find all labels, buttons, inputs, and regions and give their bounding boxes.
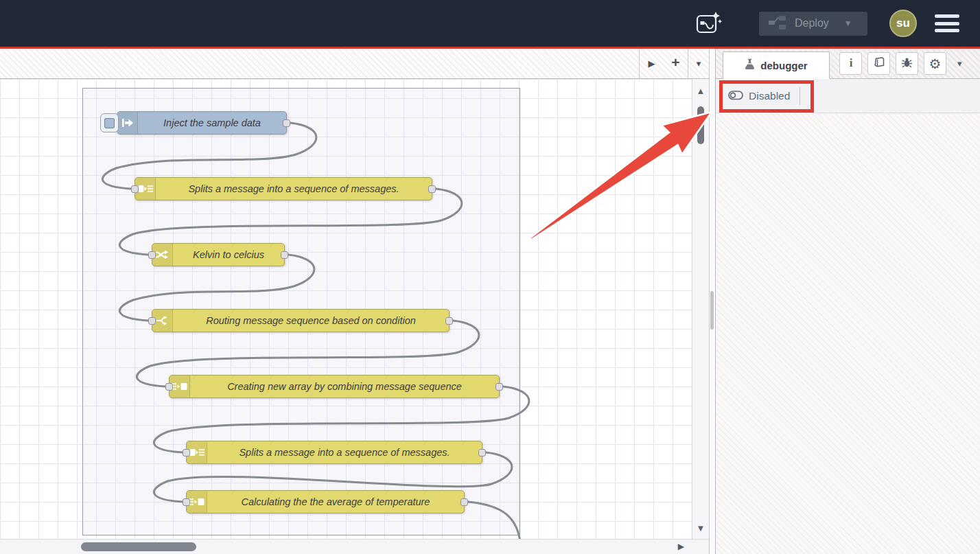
output-port[interactable] <box>281 251 288 259</box>
wire[interactable] <box>468 502 520 539</box>
node-label: Splits a message into a sequence of mess… <box>207 441 482 463</box>
flow-node-split-2[interactable]: Splits a message into a sequence of mess… <box>186 441 482 464</box>
node-label: Routing message sequence based on condit… <box>173 310 449 332</box>
svg-text:i: i <box>849 56 852 69</box>
info-icon: i <box>845 56 856 71</box>
flow-tabbar: ▶ + ▾ <box>0 49 709 79</box>
input-port[interactable] <box>131 185 139 193</box>
node-label: Inject the sample data <box>138 112 286 134</box>
settings-button[interactable]: ⚙ <box>924 52 946 75</box>
header: Deploy ▼ su <box>0 0 980 47</box>
sidebar: debugger i <box>715 49 980 554</box>
debug-messages-panel <box>716 113 980 554</box>
add-flow-icon[interactable]: + <box>664 49 688 78</box>
flow-node-switch-1[interactable]: Routing message sequence based on condit… <box>152 309 450 332</box>
debug-toolbar: Disabled <box>716 79 980 113</box>
node-label: Kelvin to celcius <box>173 244 284 266</box>
flow-list-icon[interactable]: ▾ <box>688 49 709 78</box>
deploy-caret-icon[interactable]: ▼ <box>844 19 852 28</box>
user-avatar[interactable]: su <box>889 10 917 37</box>
output-port[interactable] <box>428 185 436 193</box>
scroll-down-icon[interactable]: ▼ <box>692 523 709 533</box>
toolbar-separator <box>800 87 800 105</box>
deploy-button[interactable]: Deploy ▼ <box>759 12 867 36</box>
docs-button[interactable] <box>867 52 890 75</box>
input-port[interactable] <box>148 251 156 259</box>
output-port[interactable] <box>283 119 290 127</box>
input-port[interactable] <box>148 317 156 325</box>
input-port[interactable] <box>183 498 190 506</box>
panel-resize-gutter <box>710 49 715 554</box>
panel-resize-handle[interactable] <box>710 291 714 330</box>
output-port[interactable] <box>460 498 468 506</box>
flow-node-split-1[interactable]: Splits a message into a sequence of mess… <box>135 177 432 200</box>
horizontal-scroll-thumb[interactable] <box>81 542 196 551</box>
node-red-app: Deploy ▼ su ▶ + ▾ Inject the sa <box>0 0 980 554</box>
bug-icon <box>901 57 913 71</box>
sidebar-tabbar: debugger i <box>716 49 980 79</box>
avatar-initials: su <box>896 16 910 30</box>
scroll-up-icon[interactable]: ▲ <box>692 86 709 96</box>
inject-arrow-icon <box>117 112 138 134</box>
disabled-label: Disabled <box>749 90 790 102</box>
info-button[interactable]: i <box>839 52 862 75</box>
flow-node-join-1[interactable]: Creating new array by combining message … <box>169 375 500 398</box>
input-port[interactable] <box>165 383 173 391</box>
deploy-icon <box>769 15 786 32</box>
input-port[interactable] <box>183 449 190 457</box>
toggle-off-icon <box>728 90 743 102</box>
node-label: Calculating the the average of temperatu… <box>207 491 464 513</box>
debug-button[interactable] <box>896 52 918 75</box>
scroll-tabs-right-icon[interactable]: ▶ <box>640 49 664 78</box>
debug-disabled-toggle[interactable]: Disabled <box>721 86 797 106</box>
main-menu-icon[interactable] <box>935 14 959 32</box>
vertical-scroll-thumb[interactable] <box>697 106 704 144</box>
flow-node-join-2[interactable]: Calculating the the average of temperatu… <box>186 490 465 513</box>
canvas-vertical-scrollbar[interactable]: ▲ ▼ <box>692 79 709 539</box>
canvas-horizontal-scrollbar[interactable]: ▶ <box>0 539 709 554</box>
workspace: ▶ + ▾ Inject the sample dataSplits a mes… <box>0 49 710 554</box>
flow-node-change-1[interactable]: Kelvin to celcius <box>152 243 285 266</box>
tab-debugger[interactable]: debugger <box>723 51 830 79</box>
output-port[interactable] <box>478 449 486 457</box>
inject-trigger-button[interactable] <box>100 113 119 132</box>
flow-node-inject-1[interactable]: Inject the sample data <box>117 111 287 135</box>
sidebar-tab-label: debugger <box>760 60 807 71</box>
flask-icon <box>745 58 755 73</box>
sidebar-collapse-icon[interactable]: ▾ <box>957 58 962 69</box>
output-port[interactable] <box>495 383 503 391</box>
book-icon <box>873 57 885 70</box>
node-label: Splits a message into a sequence of mess… <box>156 178 432 200</box>
deploy-label: Deploy <box>795 17 829 30</box>
ai-flow-icon[interactable] <box>696 10 722 37</box>
scroll-right-arrow-icon[interactable]: ▶ <box>678 542 684 551</box>
gear-icon: ⚙ <box>929 57 942 71</box>
output-port[interactable] <box>445 317 453 325</box>
node-label: Creating new array by combining message … <box>190 376 499 397</box>
flow-canvas[interactable]: Inject the sample dataSplits a message i… <box>0 79 709 539</box>
